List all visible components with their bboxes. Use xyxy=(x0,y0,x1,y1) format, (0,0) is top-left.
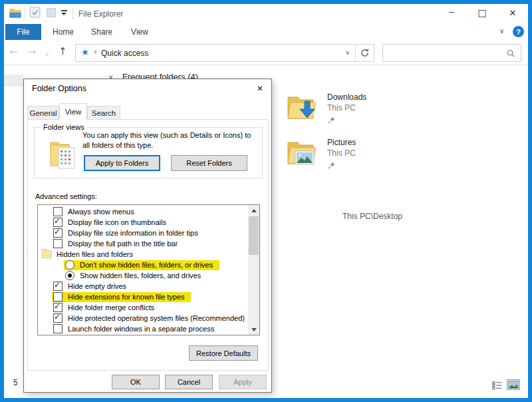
checkbox-icon[interactable] xyxy=(53,292,63,302)
dialog-tab-view[interactable]: View xyxy=(59,103,87,120)
qat-customize-dropdown-icon[interactable] xyxy=(61,10,67,11)
cancel-button[interactable]: Cancel xyxy=(165,375,213,389)
close-button[interactable]: ✕ xyxy=(503,4,523,21)
dialog-title: Folder Options xyxy=(32,84,86,93)
advanced-item-label: Hide empty drives xyxy=(68,282,126,290)
dialog-tab-search[interactable]: Search xyxy=(87,106,120,120)
dialog-close-button[interactable]: ✕ xyxy=(250,81,270,97)
highlighted-setting: Don't show hidden files, folders, or dri… xyxy=(64,260,219,270)
setting-wrap: Hide protected operating system files (R… xyxy=(52,313,246,323)
breadcrumb[interactable]: Quick access xyxy=(101,49,148,58)
title-bar: File Explorer ─ □ ✕ xyxy=(4,4,528,24)
qat-properties-icon[interactable] xyxy=(29,7,41,21)
scrollbar[interactable] xyxy=(248,205,259,335)
ok-button[interactable]: OK xyxy=(112,375,160,389)
tab-view[interactable]: View xyxy=(124,24,156,40)
setting-wrap: Hide folder merge conflicts xyxy=(52,303,156,313)
checkbox-icon[interactable] xyxy=(53,282,63,291)
checkbox-icon[interactable] xyxy=(53,324,63,333)
advanced-item-label: Hide protected operating system files (R… xyxy=(68,314,245,322)
checkbox-icon[interactable] xyxy=(53,228,63,238)
radio-icon[interactable] xyxy=(65,271,74,280)
minimize-icon: ─ xyxy=(449,8,454,17)
checkbox-icon[interactable] xyxy=(53,239,63,248)
setting-wrap: Display file size information in folder … xyxy=(52,228,200,238)
folder-options-dialog: Folder Options ✕ General View Search Fol… xyxy=(23,79,272,393)
scroll-up-icon[interactable] xyxy=(248,205,259,216)
maximize-button[interactable]: □ xyxy=(472,4,492,21)
folder-icon xyxy=(42,250,52,258)
tab-home[interactable]: Home xyxy=(47,24,80,40)
advanced-item-label: Don't show hidden files, folders, or dri… xyxy=(80,261,213,269)
advanced-item[interactable]: Display file size information in folder … xyxy=(38,228,248,238)
ribbon-collapse-icon[interactable]: ∨ xyxy=(499,27,504,35)
search-icon xyxy=(506,49,515,61)
reset-folders-button[interactable]: Reset Folders xyxy=(171,155,247,171)
tile-name: Pictures xyxy=(327,138,356,147)
advanced-item[interactable]: Hide folder merge conflicts xyxy=(38,302,248,313)
details-view-icon[interactable] xyxy=(492,381,502,393)
advanced-item[interactable]: Display the full path in the title bar xyxy=(38,238,248,249)
tab-file[interactable]: File xyxy=(5,24,41,40)
apply-to-folders-button[interactable]: Apply to Folders xyxy=(84,155,160,171)
advanced-item[interactable]: Always show menus xyxy=(38,206,248,217)
tile-location: This PC xyxy=(327,103,356,112)
quick-access-star-icon: ★ xyxy=(80,47,90,57)
window-title: File Explorer xyxy=(78,9,123,19)
checkbox-icon[interactable] xyxy=(53,218,63,227)
up-icon[interactable]: ↑ xyxy=(59,47,67,57)
advanced-item[interactable]: Don't show hidden files, folders, or dri… xyxy=(38,260,248,270)
tile-downloads[interactable]: Downloads This PC xyxy=(286,91,442,131)
divider xyxy=(25,9,25,19)
dialog-tab-general[interactable]: General xyxy=(27,106,59,120)
history-dropdown-icon[interactable]: ∨ xyxy=(45,49,49,59)
address-dropdown-icon[interactable]: ∨ xyxy=(345,49,350,56)
apply-button[interactable]: Apply xyxy=(219,375,267,389)
advanced-item[interactable]: Launch folder windows in a separate proc… xyxy=(38,323,248,334)
file-explorer-window: File Explorer ─ □ ✕ File Home Share View… xyxy=(0,0,532,402)
advanced-item-label: Hide extensions for known file types xyxy=(68,293,184,301)
tab-share[interactable]: Share xyxy=(84,24,120,40)
advanced-item-label: Launch folder windows in a separate proc… xyxy=(68,325,214,333)
address-bar[interactable]: ★ › Quick access ∨ xyxy=(75,44,374,62)
advanced-item[interactable]: Hide empty drives xyxy=(38,281,248,292)
pin-icon xyxy=(328,160,335,172)
restore-defaults-button[interactable]: Restore Defaults xyxy=(189,345,258,361)
highlighted-setting: Hide extensions for known file types xyxy=(52,292,191,302)
checkbox-icon[interactable] xyxy=(53,207,63,216)
advanced-item-label: Hidden files and folders xyxy=(57,250,133,258)
refresh-icon[interactable] xyxy=(360,48,370,61)
setting-wrap: Hidden files and folders xyxy=(41,250,134,260)
search-input[interactable] xyxy=(382,44,521,62)
checkbox-icon[interactable] xyxy=(53,303,63,312)
help-icon: ? xyxy=(516,28,521,36)
advanced-item[interactable]: Hide protected operating system files (R… xyxy=(38,313,248,323)
radio-icon[interactable] xyxy=(65,260,74,270)
setting-wrap: Hide empty drives xyxy=(52,282,128,292)
scroll-down-icon[interactable] xyxy=(248,324,259,335)
setting-wrap: Display file icon on thumbnails xyxy=(52,218,168,228)
setting-wrap: Show hidden files, folders, and drives xyxy=(64,271,202,281)
pin-icon xyxy=(328,114,335,126)
qat-new-folder-icon[interactable] xyxy=(47,8,56,20)
advanced-item[interactable]: Hidden files and folders xyxy=(38,249,248,260)
downloads-folder-icon xyxy=(286,91,318,126)
advanced-settings-label: Advanced settings: xyxy=(35,192,97,200)
folder-views-icon xyxy=(48,139,77,172)
setting-wrap: Always show menus xyxy=(52,207,136,217)
minimize-button[interactable]: ─ xyxy=(442,4,462,21)
advanced-item[interactable]: Hide extensions for known file types xyxy=(38,292,248,302)
scrollbar-thumb[interactable] xyxy=(249,216,259,255)
status-item-count: 5 xyxy=(13,378,18,387)
large-icons-view-icon[interactable] xyxy=(507,379,520,393)
advanced-item[interactable]: Display file icon on thumbnails xyxy=(38,217,248,228)
checkbox-icon[interactable] xyxy=(53,313,63,323)
tile-name: Downloads xyxy=(327,93,366,102)
help-button[interactable]: ? xyxy=(513,26,524,37)
forward-icon[interactable]: → xyxy=(28,47,37,57)
advanced-item[interactable]: Show hidden files, folders, and drives xyxy=(38,270,248,281)
advanced-settings-list[interactable]: Always show menusDisplay file icon on th… xyxy=(37,204,260,335)
setting-wrap: Display the full path in the title bar xyxy=(52,239,179,249)
tile-pictures[interactable]: Pictures This PC xyxy=(286,136,442,176)
back-icon[interactable]: ← xyxy=(9,47,18,57)
